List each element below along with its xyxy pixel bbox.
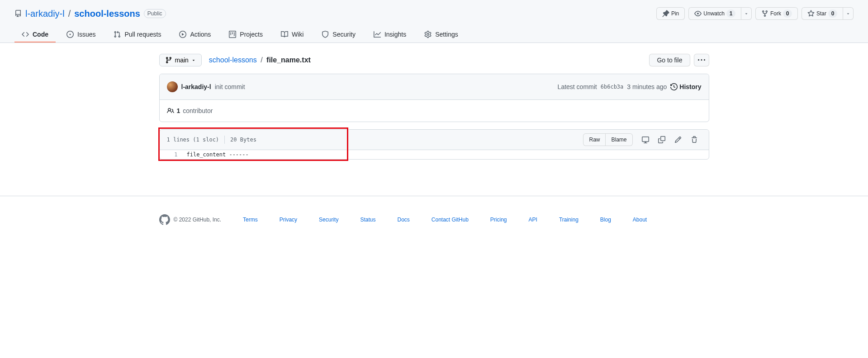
desktop-icon [642,136,649,143]
edit-button[interactable] [671,133,685,146]
fork-count: 0 [783,9,792,18]
commit-sha-link[interactable]: 6b6cb3a [601,84,624,90]
tab-insights-label: Insights [384,31,406,38]
tab-insights[interactable]: Insights [366,27,413,42]
code-icon [22,31,29,38]
gear-icon [424,31,432,38]
star-icon [807,10,815,17]
goto-file-button[interactable]: Go to file [649,54,690,66]
footer-link-docs[interactable]: Docs [397,217,409,223]
unwatch-button[interactable]: Unwatch 1 [688,7,741,20]
branch-label: main [175,57,189,64]
contributor-label: contributor [183,107,213,114]
footer-link-pricing[interactable]: Pricing [490,217,507,223]
history-link[interactable]: History [670,83,701,90]
tab-projects-label: Projects [240,31,263,38]
tab-projects[interactable]: Projects [222,27,270,42]
pencil-icon [674,136,682,143]
file-size-info: 20 Bytes [230,137,256,143]
branch-select[interactable]: main [159,54,202,66]
breadcrumb-separator: / [259,56,264,64]
shield-icon [322,31,329,38]
footer-link-blog[interactable]: Blog [600,217,611,223]
raw-button[interactable]: Raw [583,133,606,146]
footer-link-terms[interactable]: Terms [243,217,258,223]
star-count: 0 [828,9,837,18]
people-icon [167,107,174,114]
footer-link-api[interactable]: API [529,217,537,223]
chevron-down-icon [846,11,850,16]
tab-actions[interactable]: Actions [172,27,218,42]
footer-link-security[interactable]: Security [319,217,338,223]
tab-issues[interactable]: Issues [59,27,103,42]
eye-icon [694,10,702,17]
footer-copyright: © 2022 GitHub, Inc. [174,217,222,223]
issues-icon [66,31,74,38]
repo-owner-link[interactable]: l-arkadiy-l [25,9,65,19]
tab-security-label: Security [332,31,356,38]
book-icon [281,31,288,38]
commit-message[interactable]: init commit [215,83,245,90]
fork-button[interactable]: Fork 0 [755,7,798,20]
line-content[interactable]: file_content ------ [182,150,253,159]
copy-button[interactable] [655,133,669,146]
tab-wiki-label: Wiki [292,31,304,38]
commit-author-link[interactable]: l-arkadiy-l [181,83,211,90]
divider [224,136,225,144]
contributor-count: 1 [177,107,180,114]
footer-link-contact-github[interactable]: Contact GitHub [432,217,469,223]
footer: © 2022 GitHub, Inc. TermsPrivacySecurity… [0,196,868,243]
commit-box: l-arkadiy-l init commit Latest commit 6b… [159,74,709,122]
file-content: 1file_content ------ [160,150,709,159]
tab-actions-label: Actions [190,31,211,38]
footer-link-training[interactable]: Training [559,217,579,223]
repo-header: l-arkadiy-l / school-lessons Public Pin … [0,0,868,43]
breadcrumb-file: file_name.txt [266,56,311,64]
breadcrumb-root[interactable]: school-lessons [209,56,257,64]
pin-button[interactable]: Pin [656,7,685,20]
tab-settings-label: Settings [435,31,458,38]
star-dropdown[interactable] [843,7,854,20]
tab-issues-label: Issues [77,31,95,38]
tab-pulls[interactable]: Pull requests [106,27,168,42]
unwatch-dropdown[interactable] [741,7,752,20]
projects-icon [229,31,236,38]
tab-settings[interactable]: Settings [417,27,465,42]
chevron-down-icon [744,11,749,16]
footer-links: TermsPrivacySecurityStatusDocsContact Gi… [243,217,647,223]
tab-code[interactable]: Code [14,27,56,42]
visibility-badge: Public [144,9,166,18]
more-options-button[interactable] [694,54,709,66]
repo-title: l-arkadiy-l / school-lessons Public [14,9,166,19]
repo-name-link[interactable]: school-lessons [74,9,140,19]
fork-label: Fork [770,9,781,18]
blame-button[interactable]: Blame [606,133,632,146]
tab-code-label: Code [33,31,48,38]
unwatch-label: Unwatch [703,9,725,18]
footer-link-about[interactable]: About [633,217,647,223]
github-logo-icon[interactable] [159,214,170,225]
desktop-button[interactable] [638,133,653,146]
pull-request-icon [114,31,121,38]
git-branch-icon [165,57,172,64]
fork-icon [761,10,768,17]
chevron-down-icon [191,58,196,62]
path-separator: / [68,9,71,19]
pin-icon [662,10,669,17]
tab-wiki[interactable]: Wiki [274,27,311,42]
latest-commit-label: Latest commit [558,83,597,90]
breadcrumb: school-lessons / file_name.txt [209,56,311,64]
star-button[interactable]: Star 0 [802,7,843,20]
delete-button[interactable] [687,133,702,146]
commit-time: 3 minutes ago [627,83,667,90]
play-icon [179,31,186,38]
file-box: 1 lines (1 sloc) 20 Bytes Raw Blame [159,129,709,160]
footer-link-status[interactable]: Status [360,217,375,223]
avatar[interactable] [167,81,178,92]
tab-security[interactable]: Security [314,27,363,42]
pin-label: Pin [671,9,679,18]
file-lines-info: 1 lines (1 sloc) [167,137,219,143]
footer-link-privacy[interactable]: Privacy [280,217,297,223]
line-number[interactable]: 1 [160,150,182,159]
history-label: History [679,83,701,90]
